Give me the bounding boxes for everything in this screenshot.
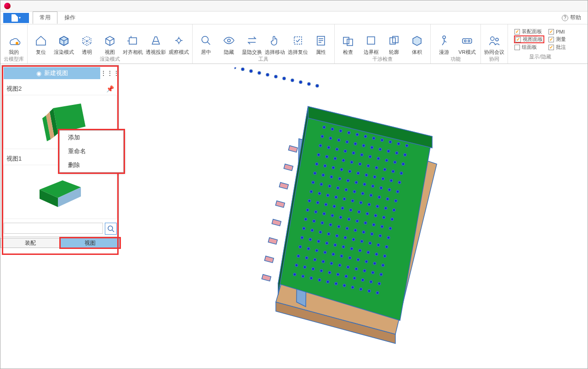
properties-button[interactable]: 属性 <box>310 26 331 55</box>
ctx-add[interactable]: 添加 <box>60 131 123 144</box>
svg-rect-7 <box>347 39 353 46</box>
rendermode-button[interactable]: 渲染模式 <box>53 26 74 55</box>
context-menu: 添加 重命名 删除 <box>59 130 124 173</box>
perspective-icon <box>148 33 164 48</box>
svg-rect-27 <box>288 146 297 152</box>
grid-view-button[interactable]: ⋮⋮⋮ <box>103 67 117 79</box>
ctx-delete[interactable]: 删除 <box>60 158 123 172</box>
tab-operate[interactable]: 操作 <box>57 12 82 24</box>
svg-marker-17 <box>53 104 86 133</box>
outline-button[interactable]: 轮廓 <box>383 26 405 55</box>
bbox-icon <box>363 33 379 48</box>
pin-icon[interactable]: 📌 <box>106 85 114 92</box>
vrmode-button[interactable]: VR模式 <box>457 26 478 55</box>
svg-rect-31 <box>272 219 281 226</box>
svg-point-47 <box>299 81 302 84</box>
svg-point-49 <box>316 85 319 87</box>
svg-point-42 <box>258 72 261 75</box>
titlebar <box>0 0 588 12</box>
ribbon-tabs: 常用 操作 <box>33 12 82 24</box>
observemode-button[interactable]: 观察模式 <box>168 26 189 55</box>
svg-point-43 <box>266 74 269 76</box>
center-button[interactable]: 居中 <box>195 26 217 55</box>
aligncamera-button[interactable]: 对齐相机 <box>122 26 143 55</box>
menubar: ▾ 常用 操作 ? 帮助 <box>0 12 588 24</box>
ribbon: 我的 云模型库 复位 渲染模式 透明 视图 对齐相机 透视投影 观察模式 渲染模… <box>0 24 588 64</box>
check-group-panel[interactable]: 组面板 <box>514 44 544 51</box>
tab-common[interactable]: 常用 <box>33 12 57 24</box>
svg-point-11 <box>443 36 445 39</box>
document-icon <box>11 14 18 22</box>
volume-icon <box>409 33 425 48</box>
ctx-rename[interactable]: 重命名 <box>60 144 123 158</box>
chevron-down-icon: ▾ <box>19 16 21 20</box>
observe-icon <box>171 33 187 48</box>
svg-point-16 <box>496 38 498 41</box>
view-button[interactable]: 视图 <box>99 26 120 55</box>
svg-point-13 <box>464 40 466 42</box>
bbox-button[interactable]: 边界框 <box>360 26 382 55</box>
side-tab-view[interactable]: 视图 <box>60 238 120 248</box>
svg-point-48 <box>308 83 310 86</box>
help-label: 帮助 <box>570 14 581 22</box>
view-thumbnail-1[interactable] <box>4 165 117 219</box>
svg-point-0 <box>16 42 18 45</box>
svg-point-15 <box>491 37 494 40</box>
svg-point-40 <box>241 68 244 71</box>
help-button[interactable]: ? 帮助 <box>562 14 581 22</box>
reset-button[interactable]: 复位 <box>30 26 51 55</box>
app-logo-icon <box>4 3 11 9</box>
svg-point-46 <box>291 79 294 82</box>
people-icon <box>486 33 502 48</box>
help-icon: ? <box>562 15 568 21</box>
check-pmi[interactable]: PMI <box>548 28 566 35</box>
svg-point-44 <box>274 75 277 78</box>
svg-rect-32 <box>268 238 277 244</box>
svg-rect-8 <box>367 37 375 44</box>
roam-button[interactable]: 漫游 <box>434 26 455 55</box>
hide-button[interactable]: 隐藏 <box>218 26 240 55</box>
svg-rect-12 <box>462 39 472 43</box>
my-button[interactable]: 我的 <box>3 26 24 55</box>
vr-icon <box>459 33 475 48</box>
viewport-3d[interactable] <box>120 64 588 357</box>
check-annotation[interactable]: 批注 <box>548 44 566 51</box>
outline-icon <box>386 33 402 48</box>
check-view-panel[interactable]: 视图面板 <box>514 36 544 43</box>
showhide-button[interactable]: 显隐交换 <box>241 26 263 55</box>
svg-point-1 <box>177 39 181 42</box>
selectmove-button[interactable]: 选择移动 <box>264 26 285 55</box>
check-icon <box>340 33 356 48</box>
svg-rect-6 <box>343 37 349 44</box>
transparent-button[interactable]: 透明 <box>76 26 97 55</box>
svg-point-3 <box>228 39 230 42</box>
home-icon <box>33 33 49 48</box>
svg-point-14 <box>468 40 470 42</box>
magnify-icon <box>198 33 214 48</box>
check-assembly-panel[interactable]: 装配面板 <box>514 28 544 35</box>
svg-rect-33 <box>264 256 274 263</box>
cloud-icon <box>6 33 22 48</box>
side-tab-assembly[interactable]: 装配 <box>0 238 60 248</box>
volume-button[interactable]: 体积 <box>406 26 428 55</box>
search-button[interactable] <box>105 223 117 235</box>
file-menu-button[interactable]: ▾ <box>3 13 29 23</box>
camera-icon: ◉ <box>36 70 41 77</box>
new-view-button[interactable]: ◉ 新建视图 <box>4 67 100 79</box>
svg-rect-29 <box>279 183 288 189</box>
svg-rect-34 <box>262 275 271 281</box>
walk-icon <box>436 33 452 48</box>
svg-point-45 <box>283 77 285 80</box>
check-button[interactable]: 检查 <box>337 26 359 55</box>
check-measure[interactable]: 测量 <box>548 36 566 43</box>
properties-icon <box>313 33 329 48</box>
svg-point-2 <box>202 36 208 43</box>
meeting-button[interactable]: 协同会议 <box>484 26 505 55</box>
svg-rect-4 <box>294 37 302 44</box>
search-input[interactable] <box>4 223 103 234</box>
perspective-button[interactable]: 透视投影 <box>145 26 166 55</box>
hand-icon <box>267 33 283 48</box>
selectreset-button[interactable]: 选择复位 <box>287 26 308 55</box>
cube-view-icon <box>102 33 118 48</box>
eye-icon <box>221 33 237 48</box>
